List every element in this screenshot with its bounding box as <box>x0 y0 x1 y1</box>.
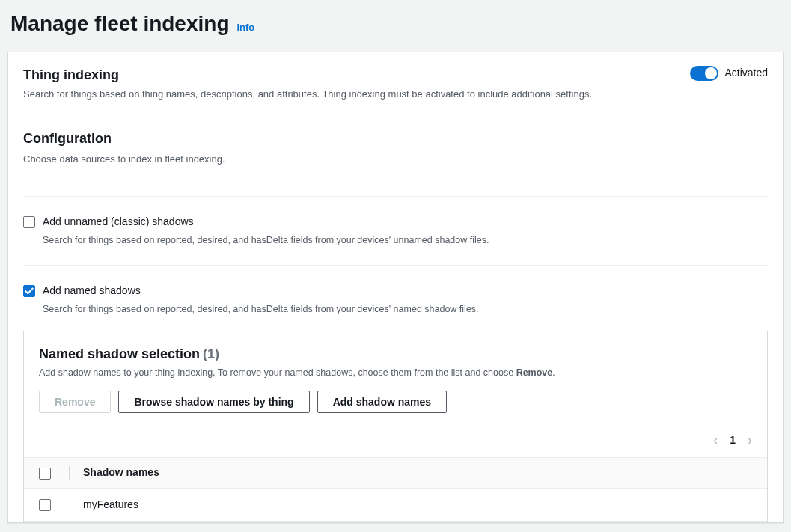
configuration-desc: Choose data sources to index in fleet in… <box>23 153 768 166</box>
named-shadow-count: (1) <box>203 346 219 361</box>
unnamed-shadows-desc: Search for things based on reported, des… <box>23 231 768 248</box>
named-shadow-title: Named shadow selection <box>39 346 200 361</box>
row-checkbox[interactable] <box>39 499 51 511</box>
named-shadows-desc: Search for things based on reported, des… <box>23 300 768 317</box>
thing-indexing-subtitle: Search for things based on thing names, … <box>23 88 690 101</box>
named-shadow-desc-suffix: . <box>552 367 555 378</box>
option-unnamed-shadows: Add unnamed (classic) shadows Search for… <box>8 197 783 247</box>
named-shadows-label: Add named shadows <box>43 284 141 299</box>
named-shadow-desc-bold: Remove <box>516 367 553 378</box>
thing-indexing-header: Thing indexing Search for things based o… <box>8 52 783 114</box>
page-header: Manage fleet indexing Info <box>0 0 791 52</box>
unnamed-shadows-label: Add unnamed (classic) shadows <box>43 215 194 230</box>
chevron-left-icon[interactable]: ‹ <box>713 431 718 450</box>
column-divider <box>69 466 70 480</box>
page-title: Manage fleet indexing <box>10 12 230 35</box>
named-shadow-desc: Add shadow names to your thing indexing.… <box>39 367 752 380</box>
configuration-section: Configuration Choose data sources to ind… <box>8 114 783 181</box>
shadow-name-cell: myFeatures <box>69 498 138 513</box>
chevron-right-icon[interactable]: › <box>748 431 752 450</box>
activated-toggle[interactable] <box>690 66 718 81</box>
pagination-current: 1 <box>730 433 736 448</box>
browse-shadow-names-button[interactable]: Browse shadow names by thing <box>118 391 309 413</box>
named-shadow-button-row: Remove Browse shadow names by thing Add … <box>24 391 767 424</box>
shadow-names-table: Shadow names myFeatures <box>24 457 767 522</box>
table-row: myFeatures <box>24 489 767 522</box>
named-shadows-checkbox[interactable] <box>23 285 35 297</box>
activated-toggle-label: Activated <box>724 66 768 81</box>
named-shadow-desc-prefix: Add shadow names to your thing indexing.… <box>39 367 516 378</box>
add-shadow-names-button[interactable]: Add shadow names <box>317 391 447 413</box>
remove-button[interactable]: Remove <box>39 391 111 413</box>
unnamed-shadows-checkbox[interactable] <box>23 216 35 228</box>
select-all-checkbox[interactable] <box>39 468 51 480</box>
pagination: ‹ 1 › <box>24 424 767 457</box>
table-header-row: Shadow names <box>24 457 767 489</box>
shadow-names-column-header[interactable]: Shadow names <box>83 465 159 480</box>
configuration-title: Configuration <box>23 129 768 148</box>
activated-toggle-wrap: Activated <box>690 66 768 81</box>
thing-indexing-panel: Thing indexing Search for things based o… <box>7 52 784 523</box>
info-link[interactable]: Info <box>236 22 254 33</box>
named-shadow-selection-card: Named shadow selection (1) Add shadow na… <box>23 331 768 522</box>
thing-indexing-title: Thing indexing <box>23 66 690 85</box>
option-named-shadows: Add named shadows Search for things base… <box>8 266 783 316</box>
